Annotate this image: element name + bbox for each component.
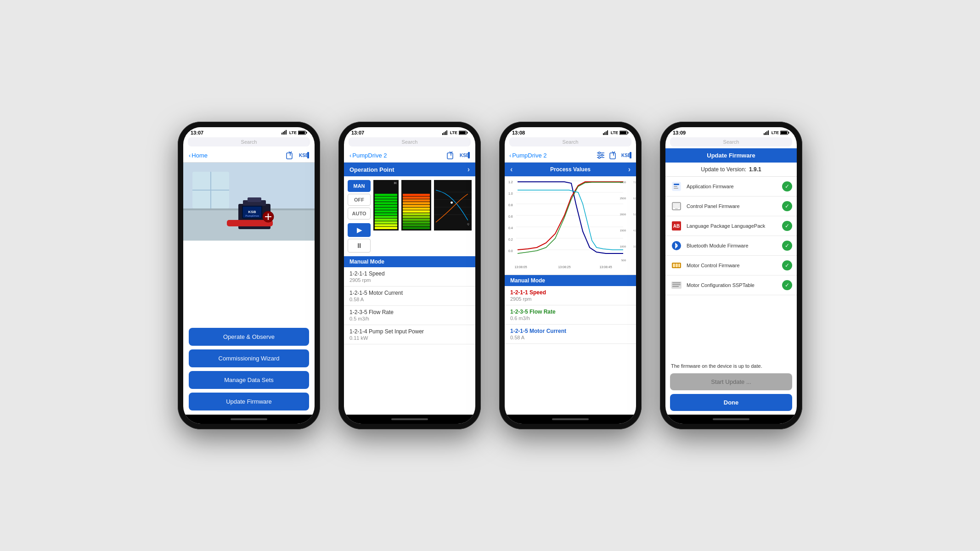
status-bar-3: 13:08 LTE xyxy=(505,127,636,136)
button-group-1: Operate & Observe Commissioning Wizard M… xyxy=(183,324,315,415)
update-firmware-button[interactable]: Update Firmware xyxy=(189,393,309,410)
svg-text:6.0: 6.0 xyxy=(633,197,636,200)
svg-rect-35 xyxy=(459,131,466,134)
back-label-1: Home xyxy=(191,152,208,159)
svg-rect-32 xyxy=(446,130,447,135)
auto-button[interactable]: AUTO xyxy=(348,208,371,219)
lte-label-2: LTE xyxy=(450,130,457,135)
kss-icon-3[interactable]: KSB xyxy=(621,150,631,160)
search-bar-4[interactable]: Search xyxy=(670,137,792,146)
fw-item-bt-label: Bluetooth Module Firmware xyxy=(687,243,778,248)
search-bar-1[interactable]: Search xyxy=(188,137,310,146)
version-value: 1.9.1 xyxy=(749,166,761,173)
search-bar-2[interactable]: Search xyxy=(349,137,471,146)
svg-text:1000: 1000 xyxy=(620,245,626,248)
kss-icon-2[interactable]: KSB xyxy=(460,150,470,160)
svg-text:AB: AB xyxy=(673,224,680,229)
version-label: Update to Version: xyxy=(701,166,746,173)
svg-text:1.2: 1.2 xyxy=(508,180,513,184)
signal-icon-1: ▲ xyxy=(282,130,288,135)
share-icon-2[interactable] xyxy=(446,150,456,160)
lte-label-1: LTE xyxy=(289,130,297,135)
prev-chevron[interactable]: ‹ xyxy=(510,165,513,174)
param-flowrate-2: 1-2-3-5 Flow Rate 0.5 m3/h xyxy=(344,306,475,325)
param-current-3: 1-2-1-5 Motor Current 0.58 A xyxy=(505,325,636,344)
done-button[interactable]: Done xyxy=(670,394,792,411)
battery-icon-3 xyxy=(620,130,629,135)
svg-point-54 xyxy=(598,152,600,154)
firmware-items: Application Firmware ✓ Control Panel Fir… xyxy=(665,177,797,360)
svg-rect-59 xyxy=(610,153,615,159)
svg-text:1.0: 1.0 xyxy=(508,192,513,195)
start-update-button[interactable]: Start Update ... xyxy=(670,373,792,390)
lte-label-4: LTE xyxy=(772,130,779,135)
svg-text:0.0: 0.0 xyxy=(508,249,513,253)
svg-rect-20 xyxy=(248,197,261,202)
status-bar-1: 13:07 ▲ LTE xyxy=(183,127,315,136)
back-button-3[interactable]: ‹ PumpDrive 2 xyxy=(509,152,546,159)
time-1: 13:07 xyxy=(191,130,203,135)
svg-rect-104 xyxy=(673,203,680,208)
operation-panel: MAN OFF AUTO ▶ ⏸ H xyxy=(344,176,475,256)
motor-ctrl-icon xyxy=(670,259,683,272)
home-indicator-1 xyxy=(183,415,315,424)
sliders-icon[interactable] xyxy=(596,150,606,160)
status-icons-3: LTE xyxy=(603,130,629,135)
svg-text:1500: 1500 xyxy=(620,229,626,232)
back-button-1[interactable]: ‹ Home xyxy=(189,152,208,159)
play-button[interactable]: ▶ xyxy=(348,223,371,237)
lte-label-3: LTE xyxy=(611,130,618,135)
share-icon-1[interactable] xyxy=(285,150,295,160)
share-icon-3[interactable] xyxy=(608,150,619,160)
fw-item-motorconfig: Motor Configuration SSPTable ✓ xyxy=(665,276,797,295)
status-icons-1: ▲ LTE xyxy=(282,130,307,135)
svg-rect-8 xyxy=(287,153,292,159)
svg-rect-112 xyxy=(678,264,680,267)
svg-rect-29 xyxy=(442,133,443,135)
svg-text:0.8: 0.8 xyxy=(508,203,513,207)
motor-config-icon xyxy=(670,279,683,292)
svg-text:13:08:05: 13:08:05 xyxy=(514,265,527,269)
svg-rect-39 xyxy=(468,152,470,158)
fw-item-app: Application Firmware ✓ xyxy=(665,177,797,197)
fw-item-app-label: Application Firmware xyxy=(687,184,778,189)
firmware-version-row: Update to Version: 1.9.1 xyxy=(665,163,797,177)
pause-button[interactable]: ⏸ xyxy=(348,239,371,253)
param-current-2: 1-2-1-5 Motor Current 0.58 A xyxy=(344,287,475,306)
svg-rect-30 xyxy=(444,132,445,135)
chevron-left-icon-2: ‹ xyxy=(349,152,351,159)
fw-item-panel: Control Panel Firmware ✓ xyxy=(665,197,797,216)
commissioning-wizard-button[interactable]: Commissioning Wizard xyxy=(189,349,309,367)
fw-item-lang: AB Language Package LanguagePack ✓ xyxy=(665,216,797,236)
status-icons-4: LTE xyxy=(764,130,789,135)
operation-chevron-right[interactable]: › xyxy=(467,165,470,174)
back-button-2[interactable]: ‹ PumpDrive 2 xyxy=(349,152,387,159)
chevron-left-icon-1: ‹ xyxy=(189,152,191,159)
svg-rect-115 xyxy=(672,284,681,285)
svg-text:500: 500 xyxy=(621,259,626,262)
operate-observe-button[interactable]: Operate & Observe xyxy=(189,328,309,346)
svg-text:KSB: KSB xyxy=(299,153,309,158)
svg-text:KSB: KSB xyxy=(248,210,256,214)
svg-rect-114 xyxy=(672,282,681,283)
off-button[interactable]: OFF xyxy=(348,194,371,206)
svg-rect-1 xyxy=(283,132,284,135)
process-chart-svg: 1.2 1.0 0.8 0.6 0.4 0.2 0.0 3000 2500 20… xyxy=(505,176,636,273)
phone-4: 13:09 LTE Search Update Firmware Update … xyxy=(660,122,802,429)
svg-rect-101 xyxy=(674,186,677,187)
operation-point-header: Operation Point › xyxy=(344,163,475,176)
chevron-left-icon-3: ‹ xyxy=(509,152,511,159)
fw-check-bt: ✓ xyxy=(782,241,792,251)
svg-text:KSB: KSB xyxy=(460,153,469,158)
svg-rect-51 xyxy=(628,132,629,134)
search-bar-3[interactable]: Search xyxy=(509,137,631,146)
process-values-label: Process Values xyxy=(550,166,591,173)
manage-data-sets-button[interactable]: Manage Data Sets xyxy=(189,371,309,389)
phone-3: 13:08 LTE Search ‹ PumpDrive 2 xyxy=(499,122,642,429)
next-chevron[interactable]: › xyxy=(628,165,631,174)
kss-icon-1[interactable]: KSB xyxy=(299,150,309,160)
fw-check-lang: ✓ xyxy=(782,221,792,231)
man-button[interactable]: MAN xyxy=(348,180,371,192)
param-speed-3: 1-2-1-1 Speed 2905 rpm xyxy=(505,286,636,305)
svg-rect-6 xyxy=(306,132,307,134)
